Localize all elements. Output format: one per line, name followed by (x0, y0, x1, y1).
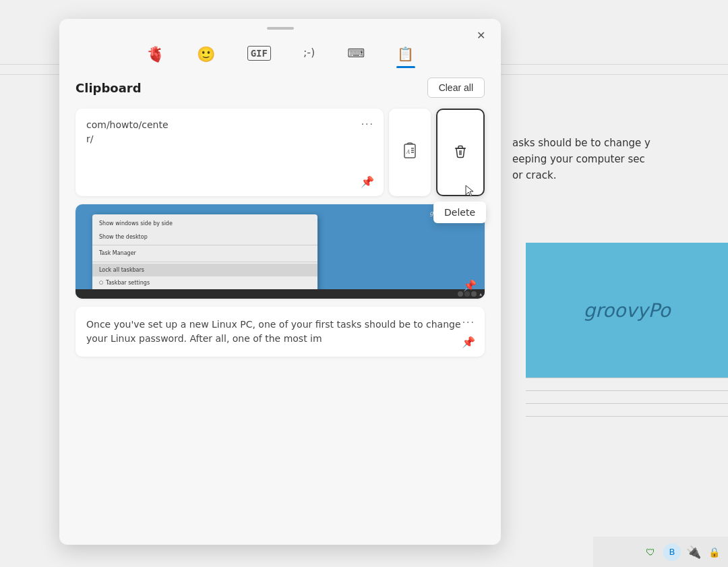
clipboard-item-3-pin-icon: 📌 (462, 336, 475, 348)
emoticon-icon: ;-) (303, 46, 315, 59)
tab-emoji[interactable]: 🙂 (191, 42, 220, 67)
taskbar-lock-icon: 🔒 (706, 545, 721, 560)
tab-symbols[interactable]: ⌨ (342, 42, 370, 67)
taskbar-usb-icon: 🔌 (686, 545, 701, 560)
clipboard-panel: ✕ 🫀 🙂 GIF ;-) ⌨ 📋 Clipboard Clear all (59, 19, 501, 545)
taskbar: 🛡 B 🔌 🔒 (593, 537, 728, 567)
emoji-icon: 🙂 (197, 46, 215, 63)
paste-text-icon: A (400, 142, 419, 164)
clipboard-item-3-text: Once you've set up a new Linux PC, one o… (86, 318, 474, 346)
tab-kaomoji[interactable]: 🫀 (141, 42, 170, 67)
clipboard-item-1-more-button[interactable]: ··· (361, 118, 374, 130)
bg-text-line2: eeping your computer sec (512, 151, 715, 167)
clipboard-item-1[interactable]: com/howto/center/ ··· 📌 (75, 109, 384, 196)
clipboard-header: Clipboard Clear all (75, 78, 485, 98)
pin-icon: 📌 (361, 176, 374, 187)
svg-text:A: A (406, 149, 410, 155)
delete-tooltip: Delete (433, 202, 486, 223)
bg-text-line1: asks should be to change y (512, 135, 715, 151)
kaomoji-icon: 🫀 (146, 46, 164, 63)
clipboard-icon: 📋 (397, 46, 414, 62)
drag-handle[interactable] (267, 27, 294, 30)
symbols-icon: ⌨ (347, 46, 365, 60)
clipboard-item-3[interactable]: Once you've set up a new Linux PC, one o… (75, 307, 485, 357)
cursor-indicator (464, 184, 475, 200)
clipboard-section: Clipboard Clear all com/howto/center/ ··… (59, 67, 501, 367)
clipboard-title: Clipboard (75, 81, 142, 95)
clipboard-delete-button[interactable]: Delete (436, 109, 485, 196)
delete-icon (451, 142, 470, 164)
clipboard-item-1-text: com/howto/center/ (86, 118, 373, 146)
bg-text-line3: or crack. (512, 167, 715, 183)
bg-article-text: asks should be to change y eeping your c… (499, 121, 728, 197)
clear-all-button[interactable]: Clear all (427, 78, 485, 98)
screenshot-pin-icon: 📌 (463, 280, 477, 291)
clipboard-item-2[interactable]: Show windows side by side Show the deskt… (75, 204, 485, 299)
clipboard-paste-text-button[interactable]: A (389, 109, 431, 196)
clipboard-item-2-pin-button[interactable]: 📌 (463, 279, 477, 292)
taskbar-shield-icon: 🛡 (643, 545, 658, 560)
clipboard-item-1-pin-button[interactable]: 📌 (361, 175, 374, 188)
clipboard-item-3-more-button[interactable]: ··· (462, 316, 475, 328)
clipboard-item-3-pin-button[interactable]: 📌 (462, 336, 475, 349)
taskbar-bluetooth-icon: B (663, 543, 681, 561)
close-icon: ✕ (477, 29, 485, 42)
clipboard-item-1-container: com/howto/center/ ··· 📌 A (75, 109, 485, 196)
gif-icon: GIF (247, 46, 271, 61)
tab-emoticon[interactable]: ;-) (298, 42, 320, 67)
bg-blue-box: groovyPo (526, 243, 728, 378)
tab-bar: 🫀 🙂 GIF ;-) ⌨ 📋 (59, 35, 501, 67)
close-button[interactable]: ✕ (471, 26, 490, 44)
screenshot-thumbnail: Show windows side by side Show the deskt… (75, 204, 485, 299)
groovy-logo-text: groovyPo (583, 299, 670, 322)
bg-decorative-lines (526, 378, 728, 429)
tab-gif[interactable]: GIF (242, 42, 276, 67)
tab-clipboard[interactable]: 📋 (392, 42, 419, 67)
